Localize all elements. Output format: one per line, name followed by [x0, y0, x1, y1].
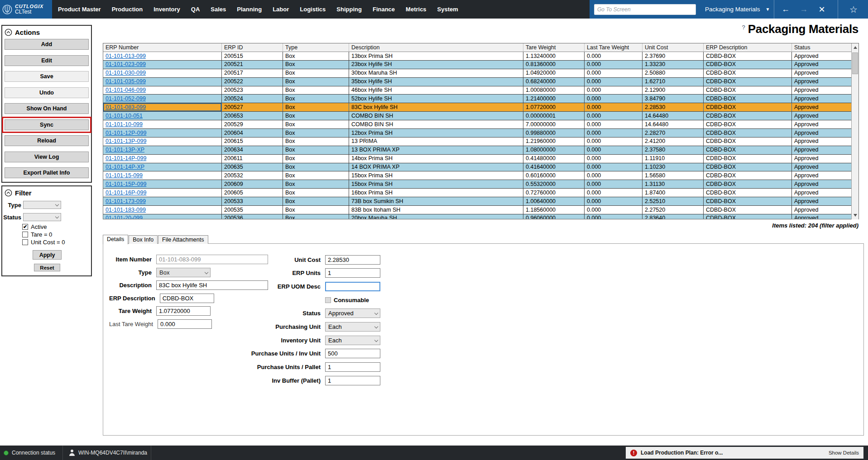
checkbox-box[interactable]: ✔ — [22, 224, 28, 230]
column-header-erp-description[interactable]: ERP Description — [704, 43, 792, 52]
table-row[interactable]: 01-101-14P-XP200635Box14 BOX PRIMA XP0.4… — [103, 163, 852, 172]
reset-button[interactable]: Reset — [34, 264, 60, 271]
error-notification[interactable]: ! Load Production Plan: Error o... Show … — [626, 447, 863, 459]
erp-number-link[interactable]: 01-101-20-099 — [106, 215, 143, 219]
checkbox-box[interactable] — [325, 297, 331, 303]
scrollbar-thumb[interactable] — [852, 52, 858, 74]
column-header-erp-number[interactable]: ERP Number — [103, 43, 222, 52]
favorite-star-icon[interactable]: ☆ — [847, 0, 860, 19]
vertical-scrollbar[interactable] — [851, 43, 858, 219]
erp-number-link[interactable]: 01-101-10-099 — [106, 121, 143, 128]
table-row[interactable]: 01-101-13P-099200615Box13 PRIMA1.2196000… — [103, 138, 852, 146]
column-header-description[interactable]: Description — [349, 43, 523, 52]
menu-item-finance[interactable]: Finance — [373, 6, 395, 13]
inv-buffer-pallet-input[interactable]: 1 — [325, 376, 380, 385]
erp-number-link[interactable]: 01-101-052-099 — [106, 95, 146, 102]
erp-number-link[interactable]: 01-101-13P-XP — [106, 147, 144, 153]
back-icon[interactable]: ← — [779, 0, 792, 19]
column-header-erp-id[interactable]: ERP ID — [222, 43, 283, 52]
export-pallet-info-button[interactable]: Export Pallet Info — [5, 167, 89, 178]
status-dropdown[interactable]: Approved — [325, 308, 380, 318]
table-row[interactable]: 01-101-030-099200517Box30box Maruha SH1.… — [103, 69, 852, 78]
erp-description-input[interactable]: CDBD-BOX — [160, 294, 214, 303]
purchasing-unit-dropdown[interactable]: Each — [325, 322, 380, 332]
menu-item-production[interactable]: Production — [112, 6, 143, 13]
erp-number-link[interactable]: 01-101-15P-099 — [106, 181, 146, 187]
goto-screen-input[interactable] — [594, 4, 696, 15]
sync-button[interactable]: Sync — [5, 119, 89, 130]
erp-number-link[interactable]: 01-101-12P-099 — [106, 130, 146, 136]
apply-button[interactable]: Apply — [33, 250, 62, 260]
last-tare-weight-input[interactable]: 0.000 — [158, 319, 212, 329]
checkbox-tare-0[interactable]: Tare = 0 — [22, 231, 65, 238]
purchase-units-pallet-input[interactable]: 1 — [325, 362, 380, 372]
table-row[interactable]: 01-101-035-099200522Box35box Hylife SH0.… — [103, 78, 852, 86]
table-row[interactable]: 01-101-13P-XP200634Box13 BOX PRIMA XP1.0… — [103, 146, 852, 155]
table-row[interactable]: 01-101-10-099200529BoxCOMBO BIN SH7.0000… — [103, 120, 852, 129]
scroll-up-icon[interactable] — [854, 46, 857, 49]
erp-number-link[interactable]: 01-101-10-051 — [106, 113, 143, 119]
erp-number-link[interactable]: 01-101-013-099 — [106, 53, 146, 59]
column-header-tare-weight[interactable]: Tare Weight — [523, 43, 585, 52]
save-button[interactable]: Save — [5, 71, 89, 82]
forward-icon[interactable]: → — [797, 0, 810, 19]
erp-number-link[interactable]: 01-101-13P-099 — [106, 138, 146, 144]
table-row[interactable]: 01-101-10-051200653BoxCOMBO BIN SH0.0000… — [103, 112, 852, 120]
add-button[interactable]: Add — [5, 39, 89, 50]
erp-number-link[interactable]: 01-101-14P-099 — [106, 155, 146, 161]
table-row[interactable]: 01-101-013-099200515Box13box Prima SH1.1… — [103, 52, 852, 61]
view-log-button[interactable]: View Log — [5, 152, 89, 162]
status-filter-dropdown[interactable] — [23, 213, 61, 221]
help-icon[interactable]: ? — [742, 24, 745, 31]
erp-number-link[interactable]: 01-101-183-099 — [106, 207, 146, 213]
column-header-type[interactable]: Type — [283, 43, 349, 52]
table-row[interactable]: 01-101-052-099200524Box52box Hylife SH1.… — [103, 95, 852, 103]
scroll-down-icon[interactable] — [854, 214, 857, 217]
edit-button[interactable]: Edit — [5, 55, 89, 66]
undo-button[interactable]: Undo — [5, 87, 89, 98]
collapse-icon[interactable] — [5, 28, 12, 36]
tare-weight-input[interactable]: 1.07720000 — [156, 306, 211, 316]
table-row[interactable]: 01-101-12P-099200604Box12box Prima SH0.9… — [103, 129, 852, 138]
erp-units-input[interactable]: 1 — [325, 268, 380, 278]
inventory-unit-dropdown[interactable]: Each — [325, 336, 380, 345]
menu-item-shipping[interactable]: Shipping — [336, 6, 362, 13]
type-dropdown[interactable]: Box — [156, 268, 211, 277]
consumable-checkbox[interactable]: Consumable — [325, 297, 369, 304]
erp-number-link[interactable]: 01-101-083-099 — [106, 104, 146, 110]
menu-item-product-master[interactable]: Product Master — [58, 6, 101, 13]
checkbox-unit-cost-0[interactable]: Unit Cost = 0 — [22, 239, 65, 246]
erp-uom-desc-input[interactable] — [325, 282, 380, 291]
table-row[interactable]: 01-101-173-099200533Box73B box Sumikin S… — [103, 197, 852, 206]
menu-item-sales[interactable]: Sales — [211, 6, 226, 13]
collapse-icon[interactable] — [5, 189, 12, 197]
table-row[interactable]: 01-101-183-099200535Box83B box Itoham SH… — [103, 206, 852, 214]
table-row[interactable]: 01-101-046-099200523Box46box Hylife SH1.… — [103, 86, 852, 95]
menu-item-inventory[interactable]: Inventory — [153, 6, 180, 13]
tab-file-attachments[interactable]: File Attachments — [158, 235, 208, 244]
reload-button[interactable]: Reload — [5, 135, 89, 146]
table-row[interactable]: 01-101-14P-099200611Box14box Prima SH0.4… — [103, 155, 852, 163]
tab-box-info[interactable]: Box Info — [129, 235, 158, 244]
table-row[interactable]: 01-101-15P-099200609Box15box Prima SH0.5… — [103, 180, 852, 189]
table-row[interactable]: 01-101-16P-099200605Box16box Prima SH0.7… — [103, 189, 852, 197]
checkbox-box[interactable] — [22, 239, 28, 245]
table-row[interactable]: 01-101-15-099200532Box15box Prima SH0.60… — [103, 171, 852, 180]
menu-item-labor[interactable]: Labor — [273, 6, 289, 13]
column-header-status[interactable]: Status — [792, 43, 852, 52]
menu-item-metrics[interactable]: Metrics — [406, 6, 427, 13]
erp-number-link[interactable]: 01-101-023-099 — [106, 61, 146, 67]
checkbox-active[interactable]: ✔Active — [22, 223, 65, 230]
table-row[interactable]: 01-101-083-099200527Box83C box Hylife SH… — [103, 103, 852, 112]
erp-number-link[interactable]: 01-101-14P-XP — [106, 164, 144, 170]
erp-number-link[interactable]: 01-101-173-099 — [106, 198, 146, 204]
close-screen-icon[interactable]: ✕ — [815, 0, 829, 19]
purchase-units-inv-unit-input[interactable]: 500 — [325, 349, 380, 358]
tab-details[interactable]: Details — [103, 235, 128, 244]
checkbox-box[interactable] — [22, 232, 28, 237]
erp-number-link[interactable]: 01-101-16P-099 — [106, 190, 146, 196]
menu-item-qa[interactable]: QA — [191, 6, 200, 13]
column-header-last-tare-weight[interactable]: Last Tare Weight — [585, 43, 643, 52]
unit-cost-input[interactable]: 2.28530 — [325, 255, 380, 265]
menu-item-planning[interactable]: Planning — [237, 6, 262, 13]
